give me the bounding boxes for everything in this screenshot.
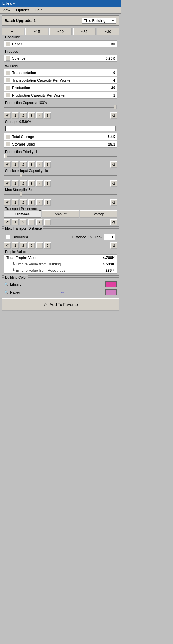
worker-transport-cap-expand[interactable]: + bbox=[6, 78, 10, 82]
max-trans-gear-btn[interactable]: ⚙ bbox=[110, 242, 117, 249]
prod-pri-4-btn[interactable]: 4 bbox=[36, 161, 43, 168]
unlimited-label: Unlimited bbox=[12, 235, 28, 239]
total-empire-name: Total Empire Value bbox=[6, 256, 37, 260]
transport-tab-distance[interactable]: Distance bbox=[4, 210, 41, 218]
prod-cap-1-btn[interactable]: 1 bbox=[12, 112, 19, 119]
stockpile-in-reset-btn[interactable]: ↺ bbox=[4, 180, 11, 187]
max-trans-3-btn[interactable]: 3 bbox=[28, 242, 35, 249]
empire-from-building-row: └ Empire Value from Building 4.533K bbox=[4, 261, 117, 267]
menu-view[interactable]: View bbox=[1, 7, 12, 13]
stockpile-in-3-btn[interactable]: 3 bbox=[28, 180, 35, 187]
unlimited-row: Unlimited Distance (In Tiles) 1 bbox=[4, 233, 117, 241]
trans-pref-5-btn[interactable]: 5 bbox=[44, 219, 51, 225]
max-stockpile-label: Max Stockpile: 5x bbox=[4, 188, 33, 192]
production-priority-thumb[interactable] bbox=[4, 154, 7, 158]
star-icon: ☆ bbox=[43, 302, 47, 307]
max-stock-5-btn[interactable]: 5 bbox=[44, 199, 51, 206]
max-stockpile-thumb[interactable] bbox=[20, 192, 22, 197]
produce-science-row: + Science 5.25K bbox=[4, 55, 117, 62]
production-capacity-label: Production Capacity: 100% bbox=[4, 101, 48, 105]
total-empire-row: Total Empire Value 4.769K bbox=[4, 255, 117, 261]
max-trans-1-btn[interactable]: 1 bbox=[12, 242, 19, 249]
stockpile-in-2-btn[interactable]: 2 bbox=[20, 180, 27, 187]
worker-production-row: + Production 30 bbox=[4, 84, 117, 91]
worker-transportation-value: 0 bbox=[104, 71, 115, 75]
stockpile-in-5-btn[interactable]: 5 bbox=[44, 180, 51, 187]
trans-pref-reset-btn[interactable]: ↺ bbox=[4, 219, 11, 225]
stockpile-in-1-btn[interactable]: 1 bbox=[12, 180, 19, 187]
prod-cap-gear-btn[interactable]: ⚙ bbox=[110, 112, 117, 119]
worker-production-expand[interactable]: + bbox=[6, 85, 10, 90]
batch-btn-25[interactable]: ~25 bbox=[73, 28, 95, 35]
stockpile-in-gear-btn[interactable]: ⚙ bbox=[110, 180, 117, 187]
paper-color-row: 🔍 Paper ✏ bbox=[2, 288, 119, 296]
max-stock-3-btn[interactable]: 3 bbox=[28, 199, 35, 206]
max-stock-2-btn[interactable]: 2 bbox=[20, 199, 27, 206]
transport-tab-storage[interactable]: Storage bbox=[80, 210, 117, 218]
trans-pref-2-btn[interactable]: 2 bbox=[20, 219, 27, 225]
storage-used-expand[interactable]: + bbox=[6, 142, 10, 146]
production-capacity-controls: ↺ 1 2 3 4 5 ⚙ bbox=[2, 111, 119, 120]
library-color-row: 🔍 Library bbox=[2, 280, 119, 288]
production-capacity-slider[interactable] bbox=[4, 107, 117, 108]
prod-cap-3-btn[interactable]: 3 bbox=[28, 112, 35, 119]
max-stockpile-controls: ↺ 1 2 3 4 5 ⚙ bbox=[2, 198, 119, 207]
worker-transportation-expand[interactable]: + bbox=[6, 70, 10, 75]
storage-bar-fill bbox=[6, 126, 6, 131]
worker-transport-cap-name: Transportation Capacity Per Worker bbox=[12, 78, 104, 82]
max-stockpile-section: Max Stockpile: 5x ↺ 1 2 3 4 5 ⚙ bbox=[2, 190, 119, 207]
max-trans-4-btn[interactable]: 4 bbox=[36, 242, 43, 249]
add-to-favorite-button[interactable]: ☆ Add To Favorite bbox=[2, 298, 119, 311]
stockpile-input-thumb[interactable] bbox=[20, 173, 22, 177]
prod-pri-3-btn[interactable]: 3 bbox=[28, 161, 35, 168]
menu-help[interactable]: Help bbox=[34, 7, 44, 13]
trans-pref-1-btn[interactable]: 1 bbox=[12, 219, 19, 225]
prod-pri-2-btn[interactable]: 2 bbox=[20, 161, 27, 168]
max-trans-2-btn[interactable]: 2 bbox=[20, 242, 27, 249]
prod-pri-1-btn[interactable]: 1 bbox=[12, 161, 19, 168]
distance-input[interactable]: 1 bbox=[104, 234, 115, 240]
trans-pref-4-btn[interactable]: 4 bbox=[36, 219, 43, 225]
prod-cap-5-btn[interactable]: 5 bbox=[44, 112, 51, 119]
stockpile-input-slider[interactable] bbox=[4, 175, 117, 176]
max-stockpile-slider[interactable] bbox=[4, 194, 117, 195]
production-priority-slider[interactable] bbox=[4, 156, 117, 157]
batch-btn-20[interactable]: ~20 bbox=[49, 28, 72, 35]
total-storage-expand[interactable]: + bbox=[6, 134, 10, 139]
prod-cap-4-btn[interactable]: 4 bbox=[36, 112, 43, 119]
prod-cap-2-btn[interactable]: 2 bbox=[20, 112, 27, 119]
prod-cap-reset-btn[interactable]: ↺ bbox=[4, 112, 11, 119]
batch-btn-1[interactable]: +1 bbox=[2, 28, 24, 35]
produce-science-expand[interactable]: + bbox=[6, 56, 10, 61]
max-stock-gear-btn[interactable]: ⚙ bbox=[110, 199, 117, 206]
production-capacity-thumb[interactable] bbox=[114, 105, 117, 109]
menu-options[interactable]: Options bbox=[15, 7, 30, 13]
max-stock-reset-btn[interactable]: ↺ bbox=[4, 199, 11, 206]
trans-pref-3-btn[interactable]: 3 bbox=[28, 219, 35, 225]
library-color-swatch[interactable] bbox=[105, 281, 117, 287]
paper-edit-icon[interactable]: ✏ bbox=[61, 290, 64, 294]
prod-pri-5-btn[interactable]: 5 bbox=[44, 161, 51, 168]
worker-production-value: 30 bbox=[104, 86, 115, 90]
production-priority-controls: ↺ 1 2 3 4 5 ⚙ bbox=[2, 160, 119, 169]
unlimited-checkbox[interactable] bbox=[6, 235, 10, 239]
max-stock-1-btn[interactable]: 1 bbox=[12, 199, 19, 206]
prod-pri-reset-btn[interactable]: ↺ bbox=[4, 161, 11, 168]
max-trans-reset-btn[interactable]: ↺ bbox=[4, 242, 11, 249]
prod-pri-gear-btn[interactable]: ⚙ bbox=[110, 161, 117, 168]
max-stock-4-btn[interactable]: 4 bbox=[36, 199, 43, 206]
tree-icon: └ bbox=[12, 262, 16, 266]
stockpile-in-4-btn[interactable]: 4 bbox=[36, 180, 43, 187]
workers-section: Workers + Transportation 0 + Transportat… bbox=[2, 66, 119, 101]
transport-tab-amount[interactable]: Amount bbox=[42, 210, 79, 218]
batch-btn-30[interactable]: ~30 bbox=[97, 28, 119, 35]
empire-from-resources-row: └ Empire Value from Resources 236.4 bbox=[4, 267, 117, 273]
consume-paper-expand[interactable]: + bbox=[6, 41, 10, 46]
storage-used-row: + Storage Used 29.1 bbox=[4, 141, 117, 148]
paper-color-swatch[interactable] bbox=[105, 289, 117, 295]
max-trans-5-btn[interactable]: 5 bbox=[44, 242, 51, 249]
batch-upgrade-dropdown[interactable]: This Building ▼ bbox=[82, 18, 116, 24]
trans-pref-gear-btn[interactable]: ⚙ bbox=[110, 219, 117, 225]
worker-prod-cap-expand[interactable]: + bbox=[6, 93, 10, 97]
batch-btn-15[interactable]: ~15 bbox=[25, 28, 48, 35]
